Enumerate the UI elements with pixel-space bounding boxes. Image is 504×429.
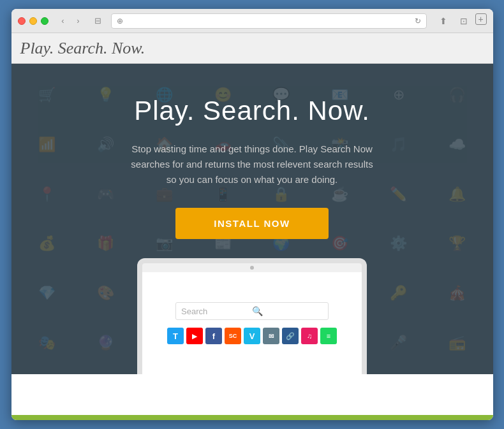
hero-title: Play. Search. Now.: [134, 96, 370, 126]
social-icon-email[interactable]: ✉: [263, 328, 279, 344]
bg-icon: 🎪: [428, 268, 487, 318]
page-content: 🛒 💡 🌐 😊 💬 📧 ⊕ 🎧 📶 🔊 🏠 🚗 📎 📸 🎵 ☁️ 📍 🎮 💼: [11, 64, 493, 415]
bg-icon: 🎭: [18, 318, 77, 368]
address-bar-prefix-icon: ⊕: [117, 17, 123, 25]
social-icon-vimeo[interactable]: V: [244, 328, 260, 344]
bg-icon: 🔑: [369, 268, 428, 318]
address-bar[interactable]: ⊕ ↻: [111, 13, 427, 29]
bg-icon: ⚙️: [369, 219, 428, 269]
forward-button[interactable]: ›: [71, 14, 85, 28]
close-button[interactable]: [18, 17, 26, 25]
hero-subtitle: Stop wasting time and get things done. P…: [131, 142, 373, 187]
refresh-icon[interactable]: ↻: [415, 17, 421, 25]
bg-icon: 💡: [76, 70, 135, 120]
bg-icon: 🎵: [369, 120, 428, 170]
bg-icon: 🎁: [76, 219, 135, 269]
social-icons-row: T ▶ f SC V ✉ 🔗 ♫ ≡: [167, 328, 337, 344]
fullscreen-button[interactable]: ⊡: [455, 13, 473, 29]
new-tab-button[interactable]: +: [475, 13, 487, 25]
bg-icon: 🛒: [18, 70, 77, 120]
hero-section: 🛒 💡 🌐 😊 💬 📧 ⊕ 🎧 📶 🔊 🏠 🚗 📎 📸 🎵 ☁️ 📍 🎮 💼: [11, 64, 493, 374]
bg-icon: 📻: [428, 318, 487, 368]
install-now-button[interactable]: INSTALL NOW: [175, 208, 328, 239]
bg-icon: 💎: [18, 268, 77, 318]
bg-icon: 🎤: [369, 318, 428, 368]
bg-icon: 🎮: [76, 170, 135, 219]
bg-icon: ☁️: [428, 120, 487, 170]
back-button[interactable]: ‹: [56, 14, 70, 28]
traffic-lights: [18, 17, 48, 25]
laptop-frame: Search 🔍 T ▶ f SC V ✉ 🔗 ♫ ≡: [137, 258, 367, 374]
bg-icon: 📍: [18, 170, 77, 219]
nav-buttons: ‹ ›: [56, 14, 85, 28]
laptop-camera: [250, 266, 254, 270]
bg-icon: ✏️: [369, 170, 428, 219]
tab-icon[interactable]: ⊟: [89, 14, 107, 28]
bg-icon: 🎧: [428, 70, 487, 120]
social-icon-soundcloud[interactable]: SC: [225, 328, 241, 344]
share-button[interactable]: ⬆: [434, 13, 452, 29]
laptop-search-bar[interactable]: Search 🔍: [175, 302, 329, 320]
bg-icon: 💰: [18, 219, 77, 269]
site-title: Play. Search. Now.: [20, 39, 145, 58]
bg-icon: 🔮: [76, 318, 135, 368]
toolbar-right: ⬆ ⊡ +: [434, 13, 487, 29]
social-icon-facebook[interactable]: f: [205, 328, 222, 344]
bg-icon: 📶: [18, 120, 77, 170]
social-icon-music[interactable]: ♫: [301, 328, 318, 344]
bg-icon: 🎨: [76, 268, 135, 318]
maximize-button[interactable]: [41, 17, 48, 25]
footer-bar: [11, 415, 493, 420]
laptop-search-placeholder: Search: [181, 307, 252, 316]
social-icon-link[interactable]: 🔗: [282, 328, 299, 344]
bg-icon: ⊕: [369, 70, 428, 120]
bg-icon: 🔔: [428, 170, 487, 219]
social-icon-youtube[interactable]: ▶: [186, 328, 203, 344]
title-bar: ‹ › ⊟ ⊕ ↻ ⬆ ⊡ +: [11, 9, 493, 33]
social-icon-spotify[interactable]: ≡: [320, 328, 337, 344]
bg-icon: 🔊: [76, 120, 135, 170]
laptop-search-icon: 🔍: [252, 306, 323, 316]
bg-icon: 🏆: [428, 219, 487, 269]
browser-navbar: Play. Search. Now.: [11, 33, 493, 64]
browser-window: ‹ › ⊟ ⊕ ↻ ⬆ ⊡ + Play. Search. Now. 🛒 💡 🌐…: [11, 9, 493, 420]
laptop-mockup: Search 🔍 T ▶ f SC V ✉ 🔗 ♫ ≡: [137, 258, 367, 374]
laptop-screen: Search 🔍 T ▶ f SC V ✉ 🔗 ♫ ≡: [142, 272, 362, 374]
minimize-button[interactable]: [29, 17, 37, 25]
social-icon-twitter[interactable]: T: [167, 328, 184, 344]
